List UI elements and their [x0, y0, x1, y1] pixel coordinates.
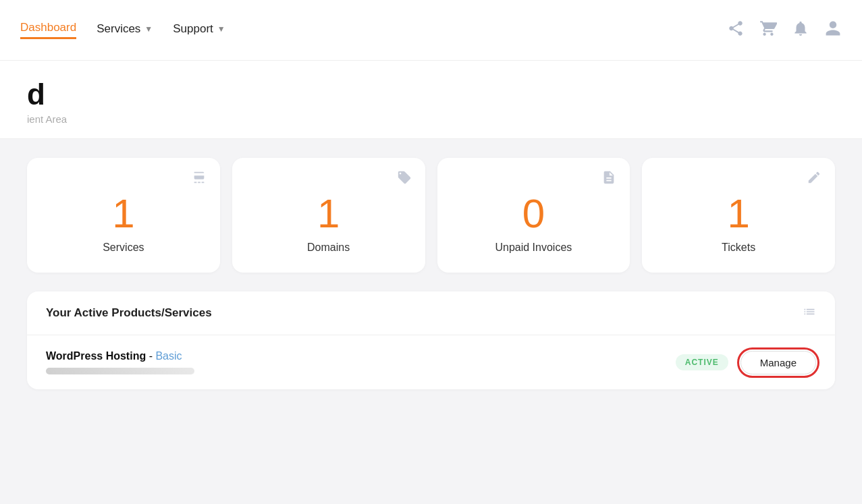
nav-services[interactable]: Services ▼ — [97, 22, 153, 38]
manage-button[interactable]: Manage — [740, 351, 816, 374]
tickets-label: Tickets — [722, 242, 755, 254]
stat-card-tickets[interactable]: 1 Tickets — [642, 158, 835, 273]
list-icon — [803, 305, 816, 321]
product-separator: - — [149, 350, 156, 362]
cart-icon[interactable] — [759, 20, 777, 41]
product-url-bar — [46, 368, 194, 374]
nav-dashboard-label: Dashboard — [20, 21, 76, 34]
header: Dashboard Services ▼ Support ▼ — [0, 0, 862, 61]
stat-card-invoices[interactable]: 0 Unpaid Invoices — [437, 158, 630, 273]
invoices-count: 0 — [522, 192, 545, 236]
nav-services-label: Services — [97, 22, 140, 36]
product-info: WordPress Hosting - Basic — [46, 350, 194, 374]
hero-section: d ient Area — [0, 61, 862, 139]
hero-title: d — [27, 80, 835, 109]
product-plan: Basic — [155, 350, 182, 362]
chevron-down-icon: ▼ — [144, 24, 153, 34]
document-icon — [601, 170, 616, 188]
tickets-count: 1 — [727, 192, 749, 236]
nav-dashboard[interactable]: Dashboard — [20, 21, 76, 39]
main-nav: Dashboard Services ▼ Support ▼ — [20, 21, 727, 39]
notifications-icon[interactable] — [792, 20, 809, 41]
nav-support-label: Support — [173, 22, 213, 36]
stat-card-domains[interactable]: 1 Domains — [232, 158, 425, 273]
header-icons — [727, 20, 842, 41]
active-section-header: Your Active Products/Services — [27, 291, 835, 335]
domains-label: Domains — [307, 242, 350, 254]
pencil-icon — [807, 170, 821, 188]
share-icon[interactable] — [727, 20, 745, 41]
product-row: WordPress Hosting - Basic ACTIVE Manage — [27, 335, 835, 389]
product-name-text: WordPress Hosting — [46, 350, 146, 362]
services-count: 1 — [112, 192, 134, 236]
server-icon — [192, 170, 207, 188]
main-content: 1 Services 1 Domains 0 Unpaid Invoices — [0, 139, 862, 408]
stat-cards-container: 1 Services 1 Domains 0 Unpaid Invoices — [27, 158, 835, 273]
nav-support[interactable]: Support ▼ — [173, 22, 225, 38]
invoices-label: Unpaid Invoices — [495, 242, 572, 254]
product-name: WordPress Hosting - Basic — [46, 350, 194, 362]
services-label: Services — [103, 242, 144, 254]
domains-count: 1 — [317, 192, 340, 236]
user-icon[interactable] — [824, 20, 842, 41]
hero-subtitle: ient Area — [27, 113, 835, 125]
status-badge: ACTIVE — [676, 354, 728, 370]
stat-card-services[interactable]: 1 Services — [27, 158, 220, 273]
tag-icon — [397, 170, 412, 188]
active-products-section: Your Active Products/Services WordPress … — [27, 291, 835, 389]
product-actions: ACTIVE Manage — [676, 351, 816, 374]
active-section-title: Your Active Products/Services — [46, 306, 212, 320]
chevron-down-icon: ▼ — [217, 24, 225, 34]
